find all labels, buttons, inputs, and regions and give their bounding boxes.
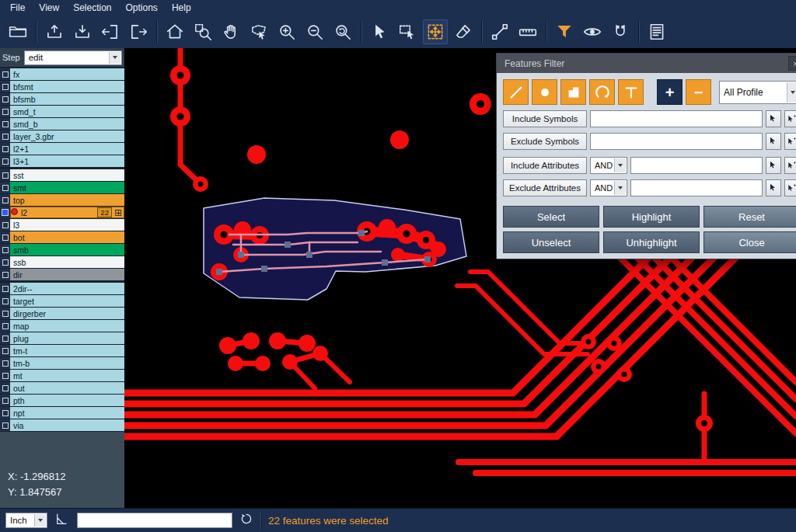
layer-visibility-checkbox[interactable] bbox=[0, 219, 10, 231]
layer-name[interactable]: smt bbox=[10, 182, 124, 193]
layer-name[interactable]: bfsmb bbox=[10, 93, 124, 105]
layer-row[interactable]: via bbox=[0, 419, 124, 431]
layer-name[interactable]: top bbox=[10, 194, 124, 206]
folder-open-icon[interactable] bbox=[5, 19, 30, 44]
exclude-attributes-operator-select[interactable]: AND bbox=[590, 179, 627, 196]
menu-view[interactable]: View bbox=[32, 1, 66, 15]
report-icon[interactable] bbox=[644, 19, 669, 44]
layer-row[interactable]: 2dir-- bbox=[0, 283, 124, 294]
eraser-icon[interactable] bbox=[451, 19, 476, 44]
layer-visibility-checkbox[interactable] bbox=[0, 370, 10, 381]
pointer-icon[interactable] bbox=[367, 19, 392, 44]
layer-name[interactable]: smd_t bbox=[10, 106, 124, 117]
include-attributes-button[interactable]: Include Attributes bbox=[503, 157, 587, 174]
layer-name[interactable]: dir bbox=[10, 269, 124, 280]
layer-visibility-checkbox[interactable] bbox=[0, 295, 10, 307]
pick-attribute-icon[interactable] bbox=[766, 157, 781, 174]
layer-visibility-checkbox[interactable] bbox=[0, 118, 10, 130]
layer-visibility-checkbox[interactable] bbox=[0, 93, 10, 105]
layer-visibility-checkbox[interactable] bbox=[0, 345, 10, 356]
layer-row[interactable]: top bbox=[0, 194, 124, 206]
pick-attribute-star-icon[interactable] bbox=[784, 179, 796, 196]
zoom-in-icon[interactable] bbox=[274, 19, 299, 44]
layer-visibility-checkbox[interactable] bbox=[0, 194, 10, 206]
layer-row[interactable]: out bbox=[0, 382, 124, 394]
layer-row[interactable]: l3 bbox=[0, 219, 124, 231]
menu-options[interactable]: Options bbox=[119, 1, 165, 15]
layer-name[interactable]: map bbox=[10, 320, 124, 332]
filter-icon[interactable] bbox=[552, 19, 577, 44]
layer-name[interactable]: bot bbox=[10, 231, 124, 243]
layer-visibility-checkbox[interactable] bbox=[0, 207, 10, 218]
text-tool-button[interactable] bbox=[618, 79, 644, 105]
command-input[interactable] bbox=[77, 513, 232, 528]
unselect-button[interactable]: Unselect bbox=[503, 231, 599, 253]
profile-select[interactable]: All Profile bbox=[719, 81, 796, 104]
layer-name[interactable]: l3 bbox=[10, 219, 124, 231]
menu-selection[interactable]: Selection bbox=[66, 1, 118, 15]
layer-name[interactable]: out bbox=[10, 382, 124, 394]
layer-name[interactable]: l2 22 ⊞ bbox=[10, 207, 124, 218]
layer-visibility-checkbox[interactable] bbox=[0, 231, 10, 243]
layer-visibility-checkbox[interactable] bbox=[0, 382, 10, 394]
dialog-title-bar[interactable]: Features Filter × bbox=[497, 54, 796, 73]
layer-row[interactable]: plug bbox=[0, 332, 124, 344]
zoom-out-icon[interactable] bbox=[302, 19, 327, 44]
layer-visibility-checkbox[interactable] bbox=[0, 283, 10, 294]
pick-symbol-icon[interactable] bbox=[766, 110, 781, 127]
include-attributes-operator-select[interactable]: AND bbox=[590, 157, 627, 174]
layer-visibility-checkbox[interactable] bbox=[0, 269, 10, 280]
angle-icon[interactable] bbox=[54, 511, 70, 530]
exclude-symbols-button[interactable]: Exclude Symbols bbox=[503, 133, 587, 150]
layer-row[interactable]: pth bbox=[0, 395, 124, 406]
eye-icon[interactable] bbox=[580, 19, 605, 44]
layer-name[interactable]: via bbox=[10, 419, 124, 431]
layer-row[interactable]: tm-b bbox=[0, 357, 124, 369]
layer-row[interactable]: smt bbox=[0, 182, 124, 193]
layer-row[interactable]: npt bbox=[0, 407, 124, 419]
highlight-button[interactable]: Highlight bbox=[603, 206, 700, 228]
layer-name[interactable]: 2dir-- bbox=[10, 283, 124, 294]
exclude-attributes-input[interactable] bbox=[630, 179, 763, 196]
layer-visibility-checkbox[interactable] bbox=[0, 395, 10, 406]
layer-name[interactable]: target bbox=[10, 295, 124, 307]
ruler-icon[interactable] bbox=[515, 19, 540, 44]
include-symbols-input[interactable] bbox=[590, 110, 763, 127]
close-icon[interactable]: × bbox=[788, 56, 796, 71]
measure-line-icon[interactable] bbox=[487, 19, 512, 44]
surface-tool-button[interactable] bbox=[560, 79, 586, 105]
tray-arrow-up-icon[interactable] bbox=[42, 19, 67, 44]
layer-row[interactable]: bfsmt bbox=[0, 81, 124, 92]
layer-name[interactable]: smb bbox=[10, 244, 124, 256]
select-button[interactable]: Select bbox=[503, 206, 599, 228]
layer-visibility-checkbox[interactable] bbox=[0, 182, 10, 193]
layer-row[interactable]: sst bbox=[0, 169, 124, 181]
layer-name[interactable]: bfsmt bbox=[10, 81, 124, 92]
layer-row-l2-active[interactable]: l2 22 ⊞ bbox=[0, 207, 124, 218]
layer-visibility-checkbox[interactable] bbox=[0, 68, 10, 80]
pick-symbol-icon[interactable] bbox=[766, 133, 781, 150]
lasso-select-icon[interactable] bbox=[246, 19, 271, 44]
layer-visibility-checkbox[interactable] bbox=[0, 419, 10, 431]
layer-name[interactable]: plug bbox=[10, 332, 124, 344]
layer-visibility-checkbox[interactable] bbox=[0, 143, 10, 155]
include-attributes-input[interactable] bbox=[630, 157, 763, 174]
layer-name[interactable]: tm-b bbox=[10, 357, 124, 369]
layer-visibility-checkbox[interactable] bbox=[0, 130, 10, 142]
layer-name[interactable]: npt bbox=[10, 407, 124, 419]
layer-row[interactable]: target bbox=[0, 295, 124, 307]
layer-row[interactable]: layer_3.gbr bbox=[0, 130, 124, 142]
zoom-reset-icon[interactable] bbox=[330, 19, 355, 44]
menu-file[interactable]: File bbox=[3, 1, 32, 15]
step-select[interactable]: edit bbox=[24, 50, 122, 65]
box-arrow-left-icon[interactable] bbox=[98, 19, 123, 44]
unhighlight-button[interactable]: Unhighlight bbox=[603, 231, 700, 253]
box-arrow-right-icon[interactable] bbox=[126, 19, 151, 44]
unit-select[interactable]: Inch bbox=[5, 513, 47, 528]
layer-name[interactable]: l2+1 bbox=[10, 143, 124, 155]
layer-visibility-checkbox[interactable] bbox=[0, 81, 10, 92]
layer-row[interactable]: mt bbox=[0, 370, 124, 381]
layer-visibility-checkbox[interactable] bbox=[0, 106, 10, 117]
layer-name[interactable]: mt bbox=[10, 370, 124, 381]
layer-name[interactable]: tm-t bbox=[10, 345, 124, 356]
